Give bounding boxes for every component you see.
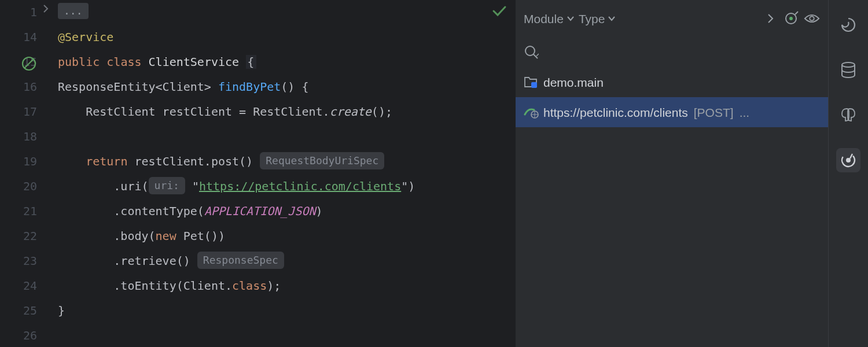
fold-chevron-icon[interactable] — [43, 5, 49, 13]
type-dropdown[interactable]: Type — [579, 6, 616, 31]
svg-point-10 — [842, 62, 855, 67]
line-number[interactable]: 1 — [0, 0, 37, 25]
inlay-hint: ResponseSpec — [197, 252, 284, 269]
code-line[interactable]: .contentType(APPLICATION_JSON) — [58, 199, 515, 224]
code-editor[interactable]: ... @Service public class ClientService … — [53, 0, 515, 347]
inlay-hint: RequestBodyUriSpec — [260, 152, 384, 169]
line-number[interactable]: 19 — [0, 149, 37, 174]
line-number[interactable]: 16 — [0, 75, 37, 99]
endpoint-url: https://petclinic.com/clients — [543, 100, 688, 125]
code-line[interactable]: .uri(uri: "https://petclinic.com/clients… — [58, 174, 515, 199]
tree-item-label: demo.main — [543, 70, 604, 95]
inlay-hint: uri: — [149, 177, 185, 194]
analysis-ok-icon[interactable] — [492, 5, 507, 17]
svg-point-6 — [525, 46, 535, 56]
endpoints-panel: Module Type demo.main https://petclinic.… — [515, 0, 828, 347]
endpoint-ellipsis: ... — [740, 100, 750, 125]
module-dropdown[interactable]: Module — [524, 6, 574, 31]
chevron-down-icon — [567, 16, 574, 21]
endpoint-method: [POST] — [694, 100, 734, 125]
code-line[interactable]: .toEntity(Client.class); — [58, 274, 515, 298]
prohibit-icon — [21, 56, 37, 72]
code-line[interactable]: .retrieve() ResponseSpec — [58, 249, 515, 274]
svg-point-12 — [846, 158, 851, 163]
svg-point-3 — [789, 17, 793, 20]
endpoints-tree: demo.main https://petclinic.com/clients … — [516, 67, 828, 127]
line-number[interactable]: 17 — [0, 99, 37, 124]
code-line[interactable]: .body(new Pet()) — [58, 224, 515, 249]
svg-point-5 — [810, 16, 814, 20]
line-number[interactable]: 22 — [0, 224, 37, 249]
right-toolbar — [828, 0, 868, 347]
code-line[interactable]: public class ClientService { — [58, 50, 515, 75]
expand-chevron-icon[interactable] — [762, 10, 778, 27]
tool-elephant-icon[interactable] — [836, 103, 860, 127]
eye-icon[interactable] — [804, 10, 820, 27]
folded-region[interactable]: ... — [58, 3, 89, 19]
endpoints-search[interactable] — [516, 37, 828, 67]
code-line[interactable]: ResponseEntity<Client> findByPet() { — [58, 75, 515, 99]
editor-gutter: 1 14 15 16 17 18 19 20 21 22 23 24 25 26 — [0, 0, 53, 347]
line-number[interactable]: 14 — [0, 25, 37, 50]
endpoint-globe-icon — [524, 105, 538, 119]
tool-database-icon[interactable] — [836, 58, 860, 82]
line-number[interactable]: 23 — [0, 249, 37, 274]
svg-line-1 — [24, 59, 34, 68]
code-line[interactable] — [58, 323, 515, 347]
search-icon — [524, 45, 539, 60]
tree-endpoint-item[interactable]: https://petclinic.com/clients [POST] ... — [516, 97, 828, 127]
line-number[interactable]: 21 — [0, 199, 37, 224]
line-number[interactable]: 20 — [0, 174, 37, 199]
tool-swirl-icon[interactable] — [836, 13, 860, 37]
code-line[interactable]: @Service — [58, 25, 515, 50]
line-number[interactable]: 26 — [0, 323, 37, 347]
svg-rect-8 — [531, 82, 537, 88]
locate-icon[interactable] — [783, 10, 799, 27]
module-folder-icon — [524, 75, 538, 89]
tree-module-item[interactable]: demo.main — [516, 67, 828, 97]
code-line[interactable]: } — [58, 298, 515, 323]
tool-endpoints-icon[interactable] — [836, 148, 860, 172]
line-number[interactable]: 24 — [0, 274, 37, 298]
code-line[interactable]: RestClient restClient = RestClient.creat… — [58, 99, 515, 124]
chevron-down-icon — [608, 16, 615, 21]
line-number[interactable]: 18 — [0, 124, 37, 149]
line-number[interactable]: 25 — [0, 298, 37, 323]
code-line[interactable] — [58, 124, 515, 149]
endpoints-toolbar: Module Type — [516, 0, 828, 37]
svg-line-4 — [795, 12, 798, 14]
code-line[interactable]: return restClient.post() RequestBodyUriS… — [58, 149, 515, 174]
